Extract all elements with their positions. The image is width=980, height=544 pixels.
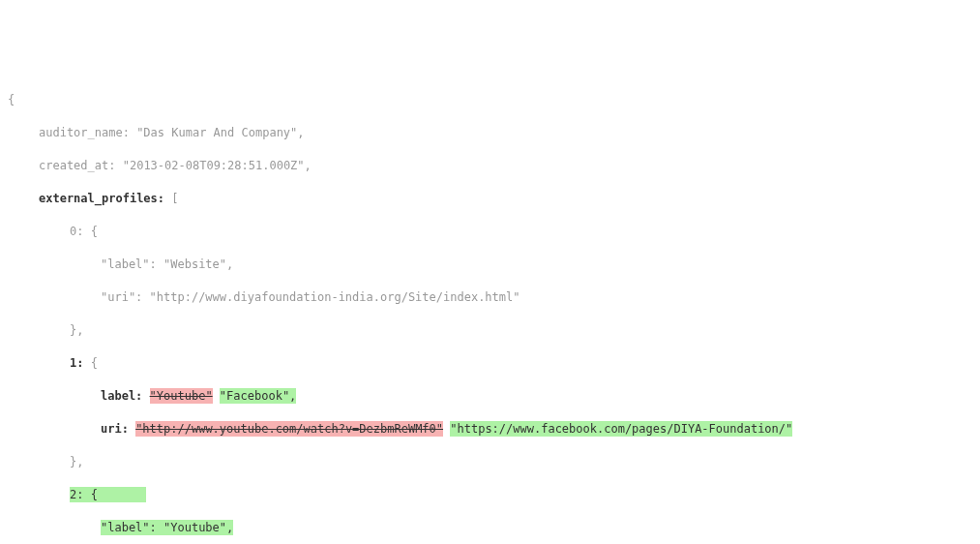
ep1-uri-old: "http://www.youtube.com/watch?v=DezbmReW… — [135, 421, 443, 437]
ep0-close: }, — [8, 322, 972, 339]
extprof-line: external_profiles: [ — [8, 191, 972, 207]
ep0-uri: "uri": "http://www.diyafoundation-india.… — [8, 289, 972, 306]
created-val: "2013-02-08T09:28:51.000Z", — [115, 159, 311, 172]
extprof-key: external_profiles: — [39, 192, 164, 205]
ep2-open-brace: { — [83, 488, 97, 501]
diff-block: { auditor_name: "Das Kumar And Company",… — [8, 76, 972, 544]
extprof-open: [ — [164, 192, 178, 205]
ep1-uri-key: uri: — [101, 422, 129, 436]
auditor-key: auditor_name: — [39, 126, 130, 139]
ep1-open-brace: { — [83, 356, 97, 370]
created-line: created_at: "2013-02-08T09:28:51.000Z", — [8, 158, 972, 174]
ep2-idx: 2: — [70, 488, 83, 501]
ep2-label-line: "label": "Youtube", — [8, 520, 972, 536]
created-key: created_at: — [39, 159, 115, 172]
auditor-val: "Das Kumar And Company", — [130, 126, 305, 139]
ep1-idx: 1: — [70, 356, 83, 370]
ep1-open: 1: { — [8, 355, 972, 372]
ep1-label-new: "Facebook", — [220, 388, 296, 404]
ep0-open: 0: { — [8, 224, 972, 240]
ep1-uri-new: "https://www.facebook.com/pages/DIYA-Fou… — [450, 421, 792, 437]
auditor-line: auditor_name: "Das Kumar And Company", — [8, 125, 972, 141]
ep2-open: 2: { — [8, 487, 972, 503]
ep1-label-old: "Youtube" — [150, 388, 213, 404]
brace-open: { — [8, 92, 972, 108]
ep1-label-key: label: — [101, 389, 142, 403]
ep1-close: }, — [8, 454, 972, 470]
ep0-open-brace: : { — [76, 225, 98, 238]
ep1-label-line: label: "Youtube" "Facebook", — [8, 388, 972, 405]
ep1-uri-line: uri: "http://www.youtube.com/watch?v=Dez… — [8, 421, 972, 438]
ep0-label: "label": "Website", — [8, 257, 972, 273]
ep2-label: "label": "Youtube", — [101, 520, 233, 535]
